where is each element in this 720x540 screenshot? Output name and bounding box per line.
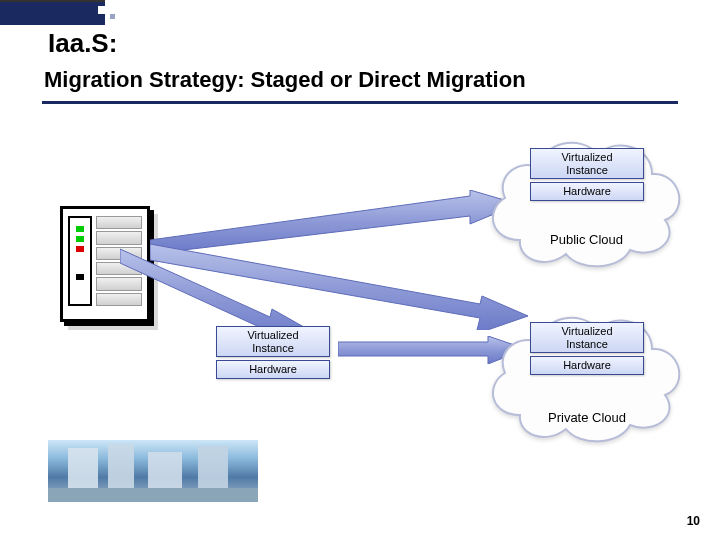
virtualized-instance-box: VirtualizedInstance bbox=[530, 148, 644, 179]
public-cloud-label: Public Cloud bbox=[550, 232, 623, 247]
hardware-box: Hardware bbox=[530, 356, 644, 375]
footer-building-image bbox=[48, 440, 258, 502]
page-number: 10 bbox=[687, 514, 700, 528]
private-cloud-stack: VirtualizedInstance Hardware bbox=[530, 322, 644, 375]
hardware-box: Hardware bbox=[530, 182, 644, 201]
hardware-box: Hardware bbox=[216, 360, 330, 379]
svg-marker-2 bbox=[150, 244, 528, 330]
virtualized-instance-box: VirtualizedInstance bbox=[530, 322, 644, 353]
private-cloud bbox=[480, 295, 690, 455]
virtualized-instance-box: VirtualizedInstance bbox=[216, 326, 330, 357]
arrow-rack-to-private bbox=[150, 240, 530, 330]
title-underline bbox=[42, 101, 678, 104]
private-cloud-label: Private Cloud bbox=[548, 410, 626, 425]
slide-pretitle: Iaa.S: bbox=[48, 28, 117, 59]
public-cloud-stack: VirtualizedInstance Hardware bbox=[530, 148, 644, 201]
header-marker bbox=[0, 0, 105, 25]
decor-square bbox=[98, 6, 106, 14]
decor-square bbox=[110, 14, 115, 19]
slide-title: Migration Strategy: Staged or Direct Mig… bbox=[44, 67, 526, 93]
internal-stack: VirtualizedInstance Hardware bbox=[216, 326, 330, 379]
